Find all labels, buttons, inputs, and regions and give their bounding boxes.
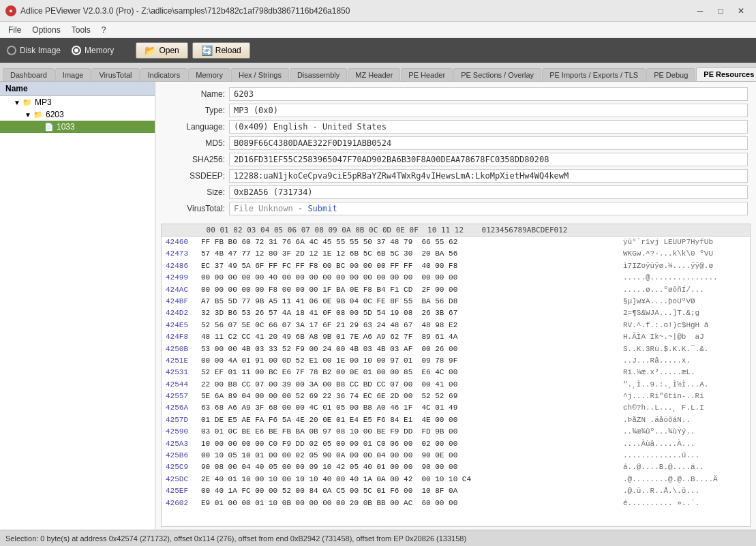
- open-icon: 📂: [145, 45, 156, 56]
- tree-item-label: 6203: [46, 110, 64, 119]
- open-button[interactable]: 📂 Open: [136, 42, 187, 59]
- memory-label: Memory: [85, 46, 114, 55]
- hex-row[interactable]: 425DC 2E 40 01 10 00 10 00 10 10 40 00 4…: [162, 474, 750, 485]
- memory-radio[interactable]: [72, 46, 81, 55]
- submit-link[interactable]: Submit: [307, 204, 337, 213]
- tab-disassembly[interactable]: Disassembly: [290, 68, 347, 81]
- hex-address: 42486: [166, 261, 201, 271]
- hex-row[interactable]: 424F8 48 11 C2 CC 41 20 49 6B A8 9B 01 7…: [162, 331, 750, 343]
- menu-file[interactable]: File: [3, 24, 27, 36]
- disk-image-radio[interactable]: [7, 46, 16, 55]
- hex-ascii: é.......... »..`.: [623, 498, 746, 509]
- tabs-row: DashboardImageVirusTotalIndicatorsMemory…: [0, 63, 756, 82]
- tab-mz-header[interactable]: MZ Header: [348, 68, 400, 81]
- hex-address: 424F8: [166, 332, 201, 342]
- size-label: Size:: [164, 187, 225, 197]
- maximize-button[interactable]: □: [711, 4, 730, 18]
- hex-row[interactable]: 42557 5E 6A 89 04 00 00 00 52 69 22 36 7…: [162, 391, 750, 402]
- hex-address: 4257D: [166, 415, 201, 425]
- main-area: Name ▼ 📁 MP3 ▼ 📁 6203 📄 1033 Name:: [0, 82, 756, 530]
- tab-pe-imports-exports-tls[interactable]: PE Imports / Exports / TLS: [542, 68, 646, 81]
- hex-row[interactable]: 42460 FF FB B0 60 72 31 76 6A 4C 45 55 5…: [162, 237, 750, 248]
- disk-image-option[interactable]: Disk Image: [7, 46, 61, 55]
- virustotal-separator: -: [298, 204, 307, 213]
- hex-bytes: 90 08 00 04 40 05 00 00 09 10 42 05 40 0…: [201, 462, 623, 472]
- hex-row[interactable]: 424BF A7 B5 5D 77 9B A5 11 41 06 0E 9B 0…: [162, 296, 750, 307]
- hex-row[interactable]: 424E5 52 56 07 5E 0C 66 07 3A 17 6F 21 2…: [162, 320, 750, 331]
- hex-row[interactable]: 42499 00 00 00 00 00 40 00 00 00 00 00 0…: [162, 272, 750, 284]
- hex-row[interactable]: 4250B 53 00 00 4B 03 33 52 F9 00 24 00 4…: [162, 344, 750, 355]
- hex-row[interactable]: 42531 52 EF 01 11 00 BC E6 7F 78 B2 00 0…: [162, 367, 750, 378]
- hex-row[interactable]: 424AC 00 00 00 00 00 F8 00 00 00 1F BA 0…: [162, 284, 750, 296]
- hex-bytes: 00 40 1A FC 00 00 52 00 84 0A C5 00 5C 0…: [201, 486, 623, 496]
- hex-row[interactable]: 425B6 00 10 05 10 01 00 00 02 05 90 0A 0…: [162, 450, 750, 461]
- hex-content[interactable]: 42460 FF FB B0 60 72 31 76 6A 4C 45 55 5…: [162, 237, 750, 526]
- hex-address: 425B6: [166, 451, 201, 461]
- tree-item-6203[interactable]: ▼ 📁 6203: [0, 108, 155, 121]
- tree-item-label: MP3: [35, 97, 52, 107]
- hex-row[interactable]: 425C9 90 08 00 04 40 05 00 00 09 10 42 0…: [162, 461, 750, 473]
- details-form: Name: 6203 Type: MP3 (0x0) Language: (0x…: [155, 82, 756, 221]
- file-icon: 📄: [44, 122, 55, 132]
- tab-dashboard[interactable]: Dashboard: [3, 68, 55, 81]
- reload-button[interactable]: 🔄 Reload: [192, 42, 250, 59]
- tab-image[interactable]: Image: [55, 68, 91, 81]
- hex-address: 42602: [166, 498, 201, 509]
- status-text: Selection: 0 byte(s) at address 0x42574 …: [5, 534, 466, 543]
- hex-bytes: FF FB B0 60 72 31 76 6A 4C 45 55 55 50 3…: [201, 237, 623, 247]
- tab-pe-header[interactable]: PE Header: [401, 68, 453, 81]
- md5-label: MD5:: [164, 138, 225, 148]
- hex-row[interactable]: 425EF 00 40 1A FC 00 00 52 00 84 0A C5 0…: [162, 485, 750, 497]
- type-value: MP3 (0x0): [229, 104, 748, 117]
- app-title: Adlice PEViewer V2.0.3.0 (Pro) - Z:\adli…: [20, 6, 350, 16]
- tab-virustotal[interactable]: VirusTotal: [91, 68, 139, 81]
- tab-pe-sections-overlay[interactable]: PE Sections / Overlay: [453, 68, 541, 81]
- hex-address: 42531: [166, 367, 201, 378]
- hex-ascii: WKGw.^?-...k\k\0 ºVU: [623, 249, 746, 259]
- tab-pe-debug[interactable]: PE Debug: [646, 68, 695, 81]
- details-panel: Name: 6203 Type: MP3 (0x0) Language: (0x…: [155, 82, 756, 530]
- tab-indicators[interactable]: Indicators: [140, 68, 188, 81]
- hex-ascii: .....ø...ºøôñÍ/...: [623, 285, 746, 295]
- hex-bytes: 03 01 0C BE E6 BE FB BA 0B 97 08 10 00 B…: [201, 427, 623, 437]
- hex-row[interactable]: 42473 57 4B 47 77 12 80 3F 2D 12 1E 12 6…: [162, 248, 750, 260]
- menu-tools[interactable]: Tools: [66, 24, 96, 36]
- hex-row[interactable]: 424D2 32 3D B6 53 26 57 4A 18 41 0F 08 0…: [162, 307, 750, 319]
- tree-item-1033[interactable]: 📄 1033: [0, 121, 155, 133]
- name-value: 6203: [229, 87, 748, 101]
- hex-address: 425C9: [166, 462, 201, 472]
- close-button[interactable]: ✕: [731, 4, 751, 18]
- tab-memory[interactable]: Memory: [188, 68, 230, 81]
- tab-pe-resources[interactable]: PE Resources: [696, 67, 756, 81]
- hex-ascii: .............ú...: [623, 451, 746, 461]
- hex-bytes: 53 00 00 4B 03 33 52 F9 00 24 00 4B 03 4…: [201, 344, 623, 354]
- tab-hex-strings[interactable]: Hex / Strings: [231, 68, 289, 81]
- tree-item-mp3[interactable]: ▼ 📁 MP3: [0, 96, 155, 108]
- hex-row[interactable]: 42602 E9 01 00 00 01 10 0B 00 00 00 00 2…: [162, 498, 750, 509]
- disk-image-label: Disk Image: [20, 46, 61, 55]
- hex-address: 42460: [166, 237, 201, 247]
- hex-ascii: .ÞåZN .äåöõáN..: [623, 415, 746, 425]
- hex-ascii: ÿû°`r1vj LEUUP7HyfUb: [623, 237, 746, 247]
- hex-ascii: ..J...Râ.....x.: [623, 356, 746, 366]
- folder-icon: 📁: [33, 110, 44, 119]
- hex-row[interactable]: 4256A 63 68 A6 A9 3F 68 00 00 4C 01 05 0…: [162, 402, 750, 414]
- hex-row[interactable]: 42486 EC 37 49 5A 6F FF FC FF F8 00 BC 0…: [162, 260, 750, 272]
- hex-address: 425A3: [166, 439, 201, 449]
- hex-ascii: ch©?h..L...¸ F.L.I: [623, 403, 746, 413]
- hex-bytes: 2E 40 01 10 00 10 00 10 10 40 00 40 1A 0…: [201, 474, 623, 485]
- menu-help[interactable]: ?: [96, 24, 112, 36]
- hex-row[interactable]: 42590 03 01 0C BE E6 BE FB BA 0B 97 08 1…: [162, 426, 750, 438]
- hex-address: 424E5: [166, 320, 201, 331]
- minimize-button[interactable]: ─: [691, 4, 710, 18]
- hex-row[interactable]: 425A3 10 00 00 00 00 C0 F9 DD 02 05 00 0…: [162, 438, 750, 450]
- hex-row[interactable]: 4251E 00 00 4A 01 91 00 0D 52 E1 00 1E 0…: [162, 355, 750, 367]
- hex-row[interactable]: 42544 22 00 B8 CC 07 00 39 00 3A 00 B8 C…: [162, 379, 750, 391]
- hex-address: 425DC: [166, 474, 201, 485]
- hex-bytes: A7 B5 5D 77 9B A5 11 41 06 0E 9B 04 0C F…: [201, 297, 623, 307]
- hex-row[interactable]: 4257D 01 DE E5 AE FA F6 5A 4E 20 0E 01 E…: [162, 414, 750, 426]
- name-label: Name:: [164, 89, 225, 99]
- menu-options[interactable]: Options: [27, 24, 65, 36]
- memory-option[interactable]: Memory: [72, 46, 114, 55]
- hex-ascii: á..@....B.@....á..: [623, 462, 746, 472]
